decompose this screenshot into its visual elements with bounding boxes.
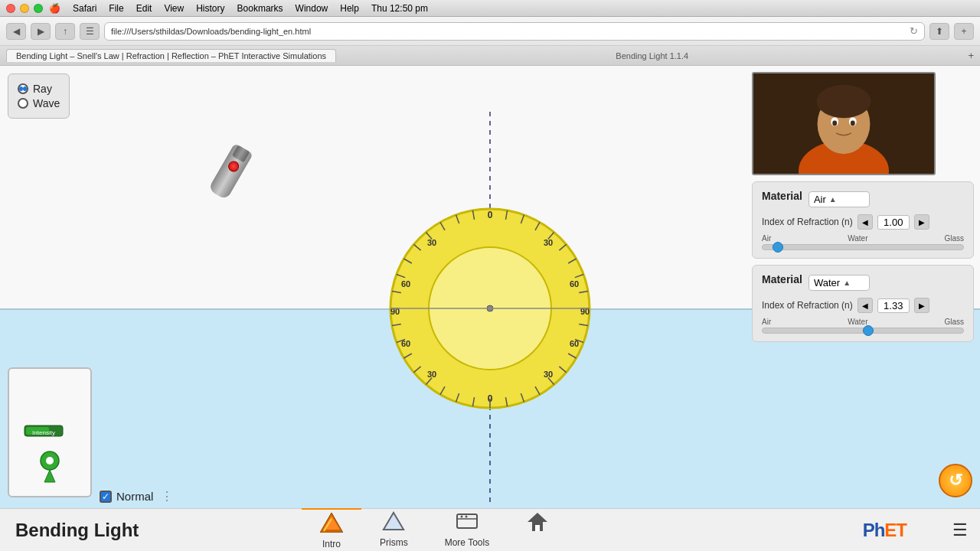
protractor[interactable]: 0 30 30 60 60 90 90 60 60 30 30 0 xyxy=(383,201,597,416)
svg-text:30: 30 xyxy=(427,370,436,379)
close-button[interactable] xyxy=(6,4,15,13)
top-ior-value[interactable]: 1.00 xyxy=(877,215,910,230)
svg-point-74 xyxy=(460,515,462,517)
wave-radio-row: Wave xyxy=(18,97,60,109)
phet-menu-button[interactable]: ☰ xyxy=(952,520,968,540)
intro-icon xyxy=(320,513,343,537)
menu-apple[interactable]: 🍎 xyxy=(49,3,60,14)
top-ior-label: Index of Refraction (n) xyxy=(762,217,853,227)
svg-marker-71 xyxy=(384,513,403,530)
svg-text:30: 30 xyxy=(544,238,553,247)
menu-help[interactable]: Help xyxy=(340,3,359,14)
more-tools-icon xyxy=(456,511,479,536)
bottom-ior-decrease[interactable]: ◀ xyxy=(858,298,873,313)
top-material-value: Air xyxy=(814,194,826,205)
sidebar-button[interactable]: ☰ xyxy=(80,23,100,40)
clock: Thu 12:50 pm xyxy=(371,3,428,14)
normal-checkbox-row: ✓ Normal ⋮ xyxy=(100,489,173,504)
normal-separator: ⋮ xyxy=(161,489,173,504)
safari-toolbar: ◀ ▶ ↑ ☰ file:///Users/sthildas/Downloads… xyxy=(0,17,980,46)
simulation-container: 0 30 30 60 60 90 90 60 60 30 30 0 xyxy=(0,66,980,551)
svg-text:30: 30 xyxy=(544,370,553,379)
top-ior-increase[interactable]: ▶ xyxy=(914,214,929,230)
phet-logo-text: PhET xyxy=(863,520,906,541)
ray-radio[interactable] xyxy=(18,83,28,94)
svg-text:0: 0 xyxy=(488,210,493,220)
svg-text:60: 60 xyxy=(570,279,579,289)
bottom-ior-increase[interactable]: ▶ xyxy=(914,298,929,313)
tab-more-tools[interactable]: More Tools xyxy=(426,508,508,552)
url-text: file:///Users/sthildas/Downloads/bending… xyxy=(111,27,311,36)
mini-panel-location xyxy=(34,448,65,490)
wave-radio[interactable] xyxy=(18,98,28,109)
mini-panel-intensity: Intensity xyxy=(23,419,77,445)
bottom-tabs: Intro Prisms xyxy=(302,508,567,552)
active-tab[interactable]: Bending Light – Snell's Law | Refraction… xyxy=(6,49,336,62)
svg-rect-78 xyxy=(535,525,540,531)
menu-edit[interactable]: Edit xyxy=(136,3,152,14)
svg-marker-76 xyxy=(528,513,547,522)
prisms-icon xyxy=(382,511,405,536)
bottom-ior-slider[interactable] xyxy=(762,328,964,334)
top-material-select[interactable]: Air ▲ xyxy=(808,191,870,207)
new-tab-btn[interactable]: + xyxy=(968,50,974,61)
menu-safari[interactable]: Safari xyxy=(73,3,96,14)
tab-home[interactable] xyxy=(508,508,567,552)
bottom-ior-thumb[interactable] xyxy=(863,325,874,336)
app-title: Bending Light xyxy=(0,520,154,541)
normal-checkbox[interactable]: ✓ xyxy=(100,491,112,503)
bottom-material-header: Material Water ▲ xyxy=(762,273,964,292)
mini-intensity-panel: Intensity xyxy=(8,367,92,497)
menu-history[interactable]: History xyxy=(196,3,224,14)
top-material-arrow: ▲ xyxy=(829,195,837,204)
reload-icon[interactable]: ↻ xyxy=(910,25,918,37)
share-button[interactable]: ↑ xyxy=(55,23,75,40)
webcam-person xyxy=(753,73,934,174)
top-slider-labels: Air Water Glass xyxy=(762,234,964,243)
svg-point-65 xyxy=(46,457,54,465)
bottom-material-arrow: ▲ xyxy=(843,279,851,287)
reset-button[interactable]: ↺ xyxy=(939,464,972,497)
add-tab-btn[interactable]: + xyxy=(954,23,974,40)
tab-title: Bending Light – Snell's Law | Refraction… xyxy=(16,51,326,60)
bottom-ior-row: Index of Refraction (n) ◀ 1.33 ▶ xyxy=(762,298,964,313)
mac-menu-bar: 🍎 Safari File Edit View History Bookmark… xyxy=(49,3,428,14)
top-glass-label: Glass xyxy=(944,234,964,243)
top-ior-thumb[interactable] xyxy=(773,242,783,253)
menu-bookmarks[interactable]: Bookmarks xyxy=(237,3,283,14)
top-material-panel: Material Air ▲ Index of Refraction (n) ◀… xyxy=(752,181,974,259)
top-ior-decrease[interactable]: ◀ xyxy=(858,214,873,230)
svg-rect-60 xyxy=(753,73,934,174)
share-btn2[interactable]: ⬆ xyxy=(929,23,949,40)
laser-dot xyxy=(227,159,241,174)
top-water-label: Water xyxy=(848,234,867,243)
tab-intro-label: Intro xyxy=(322,539,341,549)
maximize-button[interactable] xyxy=(34,4,43,13)
home-icon xyxy=(526,511,549,536)
normal-label: Normal xyxy=(116,490,153,503)
svg-marker-66 xyxy=(44,470,55,482)
forward-button[interactable]: ▶ xyxy=(31,23,51,40)
top-ior-slider[interactable] xyxy=(762,244,964,250)
url-bar[interactable]: file:///Users/sthildas/Downloads/bending… xyxy=(104,22,925,41)
menu-view[interactable]: View xyxy=(164,3,184,14)
tab-prisms[interactable]: Prisms xyxy=(361,508,426,552)
wave-label: Wave xyxy=(33,97,60,109)
bottom-slider-labels: Air Water Glass xyxy=(762,318,964,326)
svg-point-75 xyxy=(465,515,467,517)
bottom-ior-label: Index of Refraction (n) xyxy=(762,300,853,311)
minimize-button[interactable] xyxy=(20,4,29,13)
bottom-air-label: Air xyxy=(762,318,771,326)
svg-text:30: 30 xyxy=(427,238,436,247)
tab-intro[interactable]: Intro xyxy=(302,508,361,552)
bottom-material-title: Material xyxy=(762,273,802,285)
bottom-material-select[interactable]: Water ▲ xyxy=(808,275,870,291)
svg-text:Intensity: Intensity xyxy=(32,429,55,436)
mac-titlebar: 🍎 Safari File Edit View History Bookmark… xyxy=(0,0,980,17)
control-panel: Material Air ▲ Index of Refraction (n) ◀… xyxy=(752,72,974,342)
bottom-ior-value[interactable]: 1.33 xyxy=(877,298,910,313)
safari-tab-bar: Bending Light – Snell's Law | Refraction… xyxy=(0,46,980,66)
back-button[interactable]: ◀ xyxy=(6,23,26,40)
menu-window[interactable]: Window xyxy=(296,3,328,14)
menu-file[interactable]: File xyxy=(109,3,123,14)
